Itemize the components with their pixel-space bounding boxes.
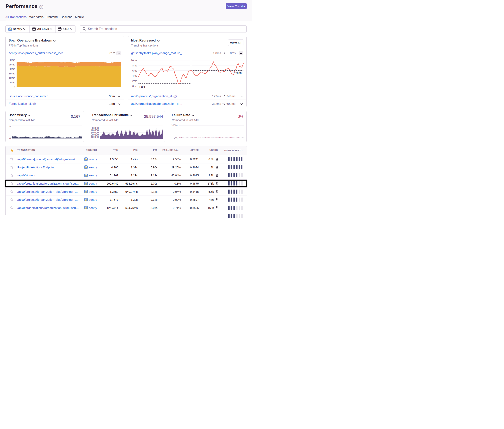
svg-text:6ms: 6ms bbox=[132, 69, 137, 72]
svg-text:10ms: 10ms bbox=[131, 59, 137, 62]
svg-text:30ms: 30ms bbox=[9, 59, 15, 61]
svg-text:25ms: 25ms bbox=[9, 63, 15, 66]
svg-text:2ms: 2ms bbox=[132, 79, 137, 82]
svg-text:20ms: 20ms bbox=[9, 67, 15, 70]
svg-text:0ms: 0ms bbox=[132, 85, 137, 88]
svg-text:100%: 100% bbox=[171, 124, 178, 127]
svg-text:8ms: 8ms bbox=[132, 64, 137, 67]
svg-text:0%: 0% bbox=[174, 137, 178, 139]
svg-text:4ms: 4ms bbox=[132, 74, 137, 77]
svg-text:5ms: 5ms bbox=[10, 81, 15, 84]
svg-text:15ms: 15ms bbox=[9, 72, 15, 75]
svg-text:10ms: 10ms bbox=[9, 76, 15, 79]
svg-text:1: 1 bbox=[9, 124, 11, 127]
svg-text:Past: Past bbox=[139, 85, 145, 88]
svg-text:50,000: 50,000 bbox=[91, 126, 99, 130]
svg-text:0: 0 bbox=[9, 137, 11, 140]
svg-text:0: 0 bbox=[14, 86, 15, 88]
